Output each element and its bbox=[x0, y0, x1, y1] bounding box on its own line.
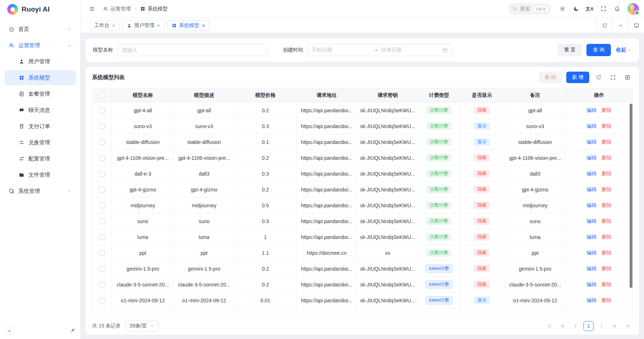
billing-type-cell: token计费 bbox=[418, 261, 459, 277]
select-all-checkbox[interactable] bbox=[99, 92, 105, 98]
delete-link[interactable]: 删除 bbox=[602, 234, 612, 240]
sidebar-collapse-button[interactable]: « bbox=[5, 326, 14, 335]
edit-link[interactable]: 编辑 bbox=[586, 266, 596, 271]
next-page-button[interactable] bbox=[596, 321, 607, 331]
date-range-picker[interactable]: 开始日期 结束日期 bbox=[307, 44, 452, 56]
row-checkbox[interactable] bbox=[99, 266, 105, 272]
batch-delete-button[interactable]: 删 除 bbox=[539, 72, 562, 83]
tab-label: 工作台 bbox=[94, 22, 109, 29]
row-checkbox[interactable] bbox=[99, 108, 105, 113]
tab-system-models[interactable]: 系统模型× bbox=[167, 20, 210, 31]
refresh-tab-button[interactable] bbox=[596, 18, 612, 33]
delete-link[interactable]: 删除 bbox=[602, 250, 612, 256]
delete-link[interactable]: 删除 bbox=[602, 139, 612, 145]
sidebar-item-operations[interactable]: 运营管理 bbox=[4, 38, 76, 53]
tab-workbench[interactable]: 工作台× bbox=[90, 20, 120, 31]
page-size-select[interactable]: 20条/页 bbox=[126, 321, 158, 331]
global-search-input[interactable]: 搜索 Ctrl K bbox=[508, 3, 551, 15]
delete-link[interactable]: 删除 bbox=[602, 218, 612, 224]
dark-mode-button[interactable] bbox=[570, 3, 582, 15]
row-checkbox[interactable] bbox=[99, 155, 105, 161]
sidebar-item-package-management[interactable]: 套餐管理 bbox=[4, 86, 76, 101]
menu-toggle-button[interactable] bbox=[86, 3, 98, 15]
delete-link[interactable]: 删除 bbox=[602, 171, 612, 176]
delete-link[interactable]: 删除 bbox=[602, 281, 612, 287]
sidebar-item-config-management[interactable]: 配置管理 bbox=[4, 151, 76, 166]
close-icon[interactable]: × bbox=[112, 23, 115, 28]
request-key-cell: sk-JIUQLNndqSeKWU... bbox=[357, 150, 418, 166]
chevron-down-icon bbox=[67, 27, 72, 32]
breadcrumb-item-system-models[interactable]: 系统模型 bbox=[140, 6, 168, 12]
edit-link[interactable]: 编辑 bbox=[586, 281, 596, 287]
edit-link[interactable]: 编辑 bbox=[586, 234, 596, 240]
table-fullscreen-button[interactable] bbox=[608, 72, 618, 82]
sidebar-item-exchange-management[interactable]: 兑换管理 bbox=[4, 135, 76, 150]
edit-link[interactable]: 编辑 bbox=[586, 155, 596, 161]
close-icon[interactable]: × bbox=[157, 23, 160, 28]
edit-link[interactable]: 编辑 bbox=[586, 250, 596, 256]
delete-link[interactable]: 删除 bbox=[602, 266, 612, 271]
settings-button[interactable] bbox=[556, 3, 568, 15]
table-row: gemini-1.5-progemini-1.5-pro0.2https://a… bbox=[93, 261, 632, 277]
current-page-button[interactable]: 1 bbox=[584, 321, 594, 331]
delete-link[interactable]: 删除 bbox=[602, 107, 612, 113]
row-checkbox[interactable] bbox=[99, 187, 105, 193]
edit-link[interactable]: 编辑 bbox=[586, 123, 596, 129]
sidebar-item-system-management[interactable]: 系统管理 bbox=[4, 184, 76, 199]
model-name-label: 模型名称 bbox=[93, 47, 113, 53]
notifications-button[interactable] bbox=[611, 3, 623, 15]
tab-options-button[interactable] bbox=[612, 18, 628, 33]
content-fullscreen-button[interactable] bbox=[628, 18, 644, 33]
delete-link[interactable]: 删除 bbox=[602, 297, 612, 303]
sidebar-item-system-models[interactable]: 系统模型 bbox=[4, 70, 76, 85]
table-refresh-button[interactable] bbox=[594, 72, 604, 82]
close-icon[interactable]: × bbox=[202, 23, 205, 28]
row-checkbox[interactable] bbox=[99, 171, 105, 177]
row-checkbox[interactable] bbox=[99, 282, 105, 288]
collapse-filter-link[interactable]: 收起 bbox=[616, 47, 632, 53]
row-checkbox[interactable] bbox=[99, 123, 105, 129]
row-checkbox[interactable] bbox=[99, 250, 105, 256]
table-toolbar: 系统模型列表 删 除 新 增 bbox=[92, 67, 632, 88]
delete-link[interactable]: 删除 bbox=[602, 155, 612, 161]
edit-link[interactable]: 编辑 bbox=[586, 297, 596, 303]
table-columns-button[interactable] bbox=[622, 72, 632, 82]
row-checkbox[interactable] bbox=[99, 234, 105, 240]
sidebar-item-home[interactable]: 首页 bbox=[4, 22, 76, 37]
chevron-down-icon bbox=[150, 324, 154, 328]
first-page-button[interactable] bbox=[545, 321, 555, 331]
user-avatar[interactable] bbox=[627, 3, 639, 15]
last-page-button[interactable] bbox=[622, 321, 632, 331]
row-checkbox[interactable] bbox=[99, 203, 105, 208]
breadcrumb-item-operations[interactable]: 运营管理 bbox=[103, 6, 131, 12]
delete-link[interactable]: 删除 bbox=[602, 123, 612, 129]
prev-page-button[interactable] bbox=[571, 321, 581, 331]
prev-pages-button[interactable] bbox=[558, 321, 568, 331]
model-name-input[interactable] bbox=[117, 44, 268, 56]
sidebar-item-chat-messages[interactable]: 聊天消息 bbox=[4, 103, 76, 118]
language-button[interactable]: 文A bbox=[584, 3, 596, 15]
delete-link[interactable]: 删除 bbox=[602, 202, 612, 208]
pin-sidebar-button[interactable] bbox=[69, 327, 76, 334]
delete-link[interactable]: 删除 bbox=[602, 186, 612, 192]
logo[interactable]: Ruoyi AI bbox=[0, 0, 80, 19]
edit-link[interactable]: 编辑 bbox=[586, 107, 596, 113]
sidebar-item-payment-orders[interactable]: 支付订单 bbox=[4, 119, 76, 134]
next-pages-button[interactable] bbox=[609, 321, 620, 331]
row-checkbox[interactable] bbox=[99, 298, 105, 303]
row-checkbox[interactable] bbox=[99, 139, 105, 145]
edit-link[interactable]: 编辑 bbox=[586, 202, 596, 208]
query-button[interactable]: 查 询 bbox=[586, 44, 611, 56]
add-button[interactable]: 新 增 bbox=[566, 72, 589, 83]
row-checkbox[interactable] bbox=[99, 218, 105, 224]
edit-link[interactable]: 编辑 bbox=[586, 171, 596, 176]
tab-user-management[interactable]: 用户管理× bbox=[122, 20, 165, 31]
table-scrollbar-thumb[interactable] bbox=[630, 104, 632, 288]
edit-link[interactable]: 编辑 bbox=[586, 218, 596, 224]
edit-link[interactable]: 编辑 bbox=[586, 139, 596, 145]
sidebar-item-file-management[interactable]: 文件管理 bbox=[4, 167, 76, 182]
reset-button[interactable]: 重 置 bbox=[558, 44, 582, 56]
fullscreen-button[interactable] bbox=[597, 3, 609, 15]
sidebar-item-user-management[interactable]: 用户管理 bbox=[4, 54, 76, 69]
edit-link[interactable]: 编辑 bbox=[586, 186, 596, 192]
